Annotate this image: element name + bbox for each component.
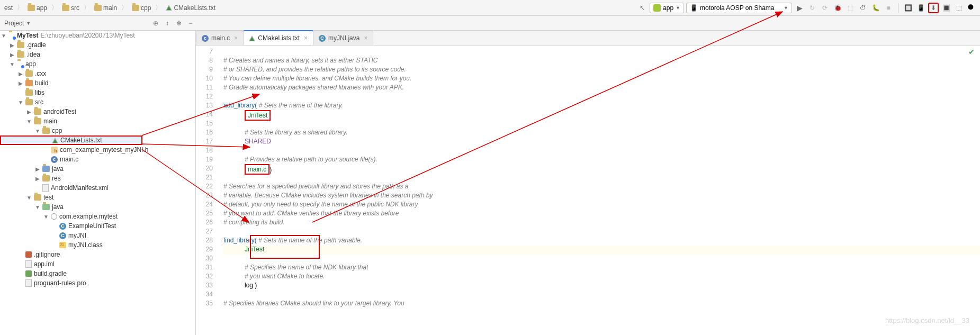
scroll-from-source-button[interactable]: ⊕: [150, 17, 161, 29]
tab-myjni[interactable]: CmyJNI.java×: [313, 31, 373, 45]
dropdown-icon: ▼: [26, 21, 31, 26]
toolbar: ↖ app ▼ 📱motorola AOSP on Shama ▼ ▶ ↻ ⟳ …: [637, 3, 980, 13]
close-icon[interactable]: ×: [304, 34, 308, 42]
code-content[interactable]: ✔ # Creates and names a library, sets it…: [217, 46, 980, 335]
tree-item-cxx[interactable]: ▶.cxx: [0, 69, 195, 78]
tree-item-res[interactable]: ▶res: [0, 174, 195, 183]
chevron-down-icon: ▼: [26, 119, 32, 124]
tree-item-app[interactable]: ▼app: [0, 59, 195, 69]
run-config-label: app: [663, 4, 673, 12]
code-editor[interactable]: 7891011121314151617181920212223242526272…: [196, 46, 980, 335]
sync-gradle-button[interactable]: 🔲: [903, 3, 913, 13]
folder-icon: [34, 108, 41, 115]
compiled-class-icon: [59, 242, 66, 248]
tree-item-exampleunittest[interactable]: CExampleUnitTest: [0, 221, 195, 231]
breadcrumb: est〉 app〉 src〉 main〉 cpp〉 CMakeLists.txt: [0, 3, 218, 13]
tree-item-main[interactable]: ▼main: [0, 116, 195, 126]
crumb-file[interactable]: CMakeLists.txt: [164, 3, 218, 13]
crumb-src[interactable]: src: [60, 3, 82, 13]
tree-item-idea[interactable]: ▶.idea: [0, 50, 195, 59]
tree-root[interactable]: ▼ MyTest E:\zhuoyueban\20200713\MyTest: [0, 31, 195, 40]
tree-item-gitignore[interactable]: .gitignore: [0, 250, 195, 259]
git-icon: [25, 251, 32, 258]
gradle-icon: [25, 270, 32, 277]
chevron-down-icon: ▼: [35, 204, 40, 210]
folder-icon: [42, 128, 50, 134]
crumb-main[interactable]: main: [92, 3, 119, 13]
device-label: motorola AOSP on Shama: [700, 4, 775, 12]
tree-item-src[interactable]: ▼src: [0, 97, 195, 107]
hide-panel-button[interactable]: −: [185, 17, 196, 29]
class-icon: C: [59, 223, 66, 230]
tree-item-myjni[interactable]: CmyJNI: [0, 231, 195, 240]
dropdown-icon: ▼: [676, 5, 680, 11]
tree-item-jni-header[interactable]: com_example_mytest_myJNI.h: [0, 145, 195, 155]
chevron-down-icon: ▼: [43, 214, 49, 220]
tree-item-java[interactable]: ▶java: [0, 164, 195, 174]
close-icon[interactable]: ×: [234, 34, 238, 42]
folder-icon: [25, 99, 33, 105]
project-settings-button[interactable]: ✻: [173, 17, 185, 29]
tree-item-java2[interactable]: ▼java: [0, 202, 195, 212]
attach-debugger-button[interactable]: 🐛: [870, 3, 881, 13]
folder-icon: [25, 70, 33, 77]
build-button[interactable]: ↖: [637, 3, 648, 13]
chevron-right-icon: ▶: [35, 176, 40, 182]
tree-item-package[interactable]: ▼com.example.mytest: [0, 212, 195, 221]
editor-pane: cmain.c× CMakeLists.txt× CmyJNI.java× 78…: [196, 31, 980, 335]
chevron-right-icon: ▶: [26, 109, 32, 115]
close-icon[interactable]: ×: [364, 34, 367, 42]
crumb-app[interactable]: app: [25, 3, 49, 13]
tree-item-libs[interactable]: libs: [0, 88, 195, 97]
folder-icon: [28, 5, 35, 11]
tree-item-test[interactable]: ▼test: [0, 193, 195, 202]
chevron-down-icon: ▼: [18, 99, 23, 105]
project-view-selector[interactable]: Project ▼: [0, 20, 31, 27]
tree-item-androidtest[interactable]: ▶androidTest: [0, 107, 195, 116]
tab-cmakelists[interactable]: CMakeLists.txt×: [243, 30, 313, 45]
line-gutter: 7891011121314151617181920212223242526272…: [196, 46, 217, 335]
coverage-button[interactable]: ⬚: [845, 3, 856, 13]
tree-item-gradle[interactable]: ▶.gradle: [0, 40, 195, 50]
debug-button[interactable]: 🐞: [832, 3, 843, 13]
folder-icon: [25, 89, 33, 96]
tree-item-manifest[interactable]: AndroidManifest.xml: [0, 183, 195, 193]
svg-point-0: [968, 4, 973, 10]
tree-item-cpp[interactable]: ▼cpp: [0, 126, 195, 135]
run-button[interactable]: ▶: [794, 3, 805, 13]
expand-all-button[interactable]: ↕: [161, 17, 173, 29]
crumb-root[interactable]: est: [2, 3, 15, 13]
folder-icon: [132, 5, 139, 11]
resource-manager-button[interactable]: 🔳: [941, 3, 951, 13]
tree-item-appiml[interactable]: app.iml: [0, 259, 195, 269]
stop-button[interactable]: ■: [883, 3, 894, 13]
rerun-button[interactable]: ⟳: [820, 3, 830, 13]
module-icon: [8, 32, 15, 39]
editor-tabs: cmain.c× CMakeLists.txt× CmyJNI.java×: [196, 31, 980, 46]
tree-item-build[interactable]: ▶build: [0, 78, 195, 88]
tree-item-mainc[interactable]: cmain.c: [0, 155, 195, 164]
tab-mainc[interactable]: cmain.c×: [196, 31, 244, 45]
apply-changes-button[interactable]: ↻: [807, 3, 817, 13]
tree-item-myjni-class[interactable]: myJNI.class: [0, 240, 195, 250]
tree-item-proguard[interactable]: proguard-rules.pro: [0, 278, 195, 288]
header-file-icon: [51, 147, 58, 153]
folder-icon: [42, 204, 50, 210]
sdk-manager-button[interactable]: ⬇: [928, 3, 939, 13]
class-icon: C: [59, 232, 66, 239]
profile-button[interactable]: ⏱: [858, 3, 868, 13]
layout-inspector-button[interactable]: ⬚: [954, 3, 964, 13]
c-file-icon: c: [202, 35, 209, 42]
run-config-selector[interactable]: app ▼: [650, 3, 684, 13]
tree-item-buildgradle[interactable]: build.gradle: [0, 269, 195, 278]
folder-icon: [34, 118, 41, 124]
chevron-right-icon: ▶: [18, 80, 23, 86]
device-selector[interactable]: 📱motorola AOSP on Shama ▼: [686, 3, 792, 13]
avd-manager-button[interactable]: 📱: [915, 3, 926, 13]
android-icon: [653, 4, 661, 12]
search-button[interactable]: [966, 3, 977, 13]
tree-item-cmakelists[interactable]: CMakeLists.txt: [0, 135, 142, 145]
phone-icon: 📱: [690, 4, 698, 12]
crumb-cpp[interactable]: cpp: [130, 3, 153, 13]
project-tree: ▼ MyTest E:\zhuoyueban\20200713\MyTest ▶…: [0, 31, 196, 335]
